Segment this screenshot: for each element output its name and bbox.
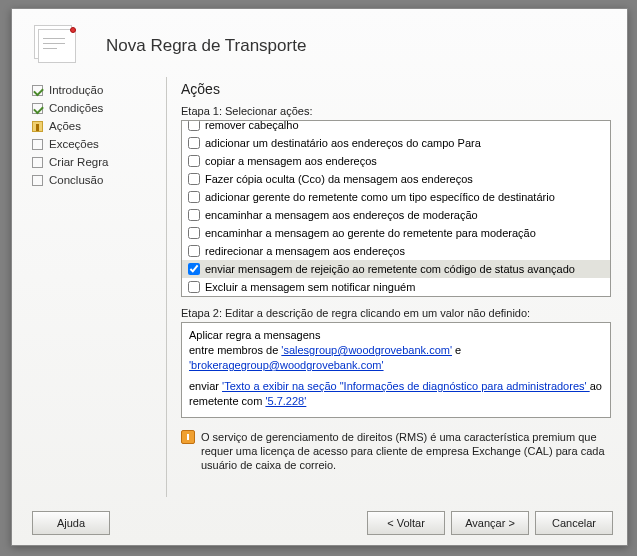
action-row[interactable]: encaminhar a mensagem ao gerente do reme…: [182, 224, 610, 242]
rule-link-group1[interactable]: 'salesgroup@woodgrovebank.com': [281, 344, 452, 356]
pending-step-icon: [32, 175, 43, 186]
action-label: remover cabeçalho: [205, 120, 299, 133]
sidebar-item-label: Exceções: [49, 138, 99, 150]
rms-info-text: O serviço de gerenciamento de direitos (…: [201, 430, 611, 472]
action-label: enviar mensagem de rejeição ao remetente…: [205, 261, 575, 277]
wizard-title: Nova Regra de Transporte: [106, 36, 306, 56]
sidebar-item-criar-regra[interactable]: Criar Regra: [28, 153, 166, 171]
action-checkbox[interactable]: [188, 155, 200, 167]
check-icon: [32, 85, 43, 96]
wizard-main: Ações Etapa 1: Selecionar ações: remover…: [166, 77, 611, 497]
sidebar-item-conclusao[interactable]: Conclusão: [28, 171, 166, 189]
wizard-footer: Ajuda < Voltar Avançar > Cancelar: [26, 511, 613, 535]
action-row[interactable]: adicionar um destinatário aos endereços …: [182, 134, 610, 152]
action-checkbox[interactable]: [188, 227, 200, 239]
sidebar-item-label: Condições: [49, 102, 103, 114]
action-checkbox[interactable]: [188, 209, 200, 221]
pending-step-icon: [32, 139, 43, 150]
action-row[interactable]: Excluir a mensagem sem notificar ninguém: [182, 278, 610, 296]
sidebar-item-introducao[interactable]: Introdução: [28, 81, 166, 99]
sidebar-item-condicoes[interactable]: Condições: [28, 99, 166, 117]
action-row[interactable]: Fazer cópia oculta (Cco) da mensagem aos…: [182, 170, 610, 188]
action-label: encaminhar a mensagem aos endereços de m…: [205, 207, 478, 223]
rule-line: enviar 'Texto a exibir na seção "Informa…: [189, 379, 603, 409]
rule-line: Aplicar regra a mensagens: [189, 328, 603, 343]
action-checkbox[interactable]: [188, 120, 200, 131]
back-button[interactable]: < Voltar: [367, 511, 445, 535]
action-checkbox[interactable]: [188, 191, 200, 203]
rule-icon: [34, 25, 86, 67]
sidebar-item-acoes[interactable]: Ações: [28, 117, 166, 135]
rule-line: entre membros de 'salesgroup@woodgroveba…: [189, 343, 603, 373]
action-label: copiar a mensagem aos endereços: [205, 153, 377, 169]
action-label: encaminhar a mensagem ao gerente do reme…: [205, 225, 536, 241]
step2-label: Etapa 2: Editar a descrição de regra cli…: [181, 307, 611, 319]
action-label: adicionar gerente do remetente como um t…: [205, 189, 555, 205]
rule-link-group2[interactable]: 'brokeragegroup@woodgrovebank.com': [189, 359, 384, 371]
action-label: redirecionar a mensagem aos endereços: [205, 243, 405, 259]
action-row[interactable]: adicionar gerente do remetente como um t…: [182, 188, 610, 206]
action-row[interactable]: remover cabeçalho: [182, 120, 610, 134]
rule-description-box[interactable]: Aplicar regra a mensagens entre membros …: [181, 322, 611, 418]
help-button[interactable]: Ajuda: [32, 511, 110, 535]
rms-info-box: O serviço de gerenciamento de direitos (…: [181, 430, 611, 472]
action-row[interactable]: redirecionar a mensagem aos endereços: [182, 242, 610, 260]
action-row[interactable]: enviar mensagem de rejeição ao remetente…: [182, 260, 610, 278]
action-checkbox[interactable]: [188, 281, 200, 293]
step1-label: Etapa 1: Selecionar ações:: [181, 105, 611, 117]
sidebar-item-label: Criar Regra: [49, 156, 108, 168]
info-icon: [181, 430, 195, 444]
wizard-window: Nova Regra de Transporte Introdução Cond…: [11, 8, 628, 546]
pending-step-icon: [32, 157, 43, 168]
current-step-icon: [32, 121, 43, 132]
action-label: Fazer cópia oculta (Cco) da mensagem aos…: [205, 171, 473, 187]
sidebar-item-excecoes[interactable]: Exceções: [28, 135, 166, 153]
action-checkbox[interactable]: [188, 173, 200, 185]
action-checkbox[interactable]: [188, 137, 200, 149]
action-row[interactable]: encaminhar a mensagem aos endereços de m…: [182, 206, 610, 224]
wizard-header: Nova Regra de Transporte: [12, 9, 627, 77]
actions-listbox[interactable]: remover cabeçalhoadicionar um destinatár…: [181, 120, 611, 297]
rule-link-reject-text[interactable]: 'Texto a exibir na seção "Informações de…: [222, 380, 590, 392]
sidebar-item-label: Ações: [49, 120, 81, 132]
action-label: adicionar um destinatário aos endereços …: [205, 135, 481, 151]
cancel-button[interactable]: Cancelar: [535, 511, 613, 535]
page-heading: Ações: [181, 81, 611, 97]
check-icon: [32, 103, 43, 114]
rule-link-status-code[interactable]: '5.7.228': [265, 395, 306, 407]
wizard-sidebar: Introdução Condições Ações Exceções Cria…: [28, 77, 166, 497]
action-label: Excluir a mensagem sem notificar ninguém: [205, 279, 415, 295]
sidebar-item-label: Conclusão: [49, 174, 103, 186]
next-button[interactable]: Avançar >: [451, 511, 529, 535]
action-checkbox[interactable]: [188, 263, 200, 275]
action-checkbox[interactable]: [188, 245, 200, 257]
action-row[interactable]: copiar a mensagem aos endereços: [182, 152, 610, 170]
sidebar-item-label: Introdução: [49, 84, 103, 96]
